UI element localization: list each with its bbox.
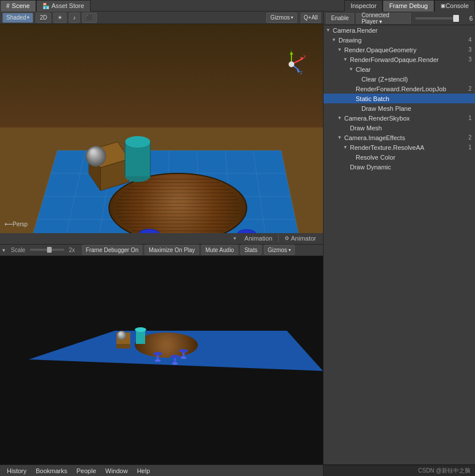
animation-tab-label: Animation <box>244 235 272 242</box>
sun-button[interactable]: ☀ <box>53 13 67 23</box>
tree-item-13[interactable]: Resolve Color <box>324 152 475 162</box>
tree-item-count: 1 <box>466 115 475 121</box>
audio-button[interactable]: ♪ <box>69 13 80 23</box>
scale-slider-thumb[interactable] <box>47 247 52 253</box>
tree-item-count: 3 <box>466 47 475 53</box>
enable-button[interactable]: Enable <box>326 13 354 24</box>
scene-controls: Shaded ▾ 2D ☀ ♪ ⬛ Gizmos ▾ Q+All <box>0 11 323 24</box>
top-bar-left: # Scene 🏪 Asset Store <box>0 0 344 11</box>
scene-view[interactable]: Y X Z ⟵Persp <box>0 24 323 233</box>
top-bar-right: Inspector Frame Debug ▣ Console <box>344 0 475 11</box>
stats-label: Stats <box>244 247 258 253</box>
mute-audio-button[interactable]: Mute Audio <box>201 245 238 255</box>
tree-item-14[interactable]: Draw Dynamic <box>324 162 475 172</box>
scale-slider[interactable] <box>30 249 64 251</box>
shaded-label: Shaded <box>6 14 26 21</box>
inspector-tab[interactable]: Inspector <box>344 0 383 11</box>
gizmos-game-dropdown-icon: ▾ <box>289 247 291 253</box>
shaded-button[interactable]: Shaded ▾ <box>2 13 33 23</box>
gizmos-game-button[interactable]: Gizmos ▾ <box>264 245 295 255</box>
connected-player-button[interactable]: Connected Player ▾ <box>356 13 410 24</box>
bottom-tabs: ▾ Animation ⚙ Animator <box>0 233 323 245</box>
window-label: Window <box>106 467 128 474</box>
bottom-menu-bar: History Bookmarks People Window Help <box>0 465 323 476</box>
asset-store-tab[interactable]: 🏪 Asset Store <box>36 0 91 11</box>
inspector-tab-label: Inspector <box>351 2 376 9</box>
history-menu[interactable]: History <box>2 466 31 475</box>
game-view <box>0 256 323 465</box>
tree-item-8[interactable]: Draw Mesh Plane <box>324 103 475 113</box>
tree-item-3[interactable]: RenderForwardOpaque.Render3 <box>324 55 475 64</box>
frame-debug-tree[interactable]: Camera.RenderDrawing4Render.OpaqueGeomet… <box>324 25 475 465</box>
tree-item-2[interactable]: Render.OpaqueGeometry3 <box>324 45 475 55</box>
tree-item-9[interactable]: Camera.RenderSkybox1 <box>324 113 475 123</box>
frame-debug-controls: Enable Connected Player ▾ 6 <box>324 11 475 25</box>
tree-item-11[interactable]: Camera.ImageEffects2 <box>324 133 475 142</box>
people-menu[interactable]: People <box>72 466 100 475</box>
frame-debugger-on-button[interactable]: Frame Debugger On <box>82 245 143 255</box>
svg-text:X: X <box>303 55 306 59</box>
frame-slider-thumb[interactable] <box>453 15 459 22</box>
svg-point-6 <box>289 61 294 67</box>
tree-triangle-empty <box>343 125 349 131</box>
credit-text: CSDN @新钰中之脑 <box>418 467 470 475</box>
tree-item-label: Draw Mesh <box>350 125 475 131</box>
main-layout: Shaded ▾ 2D ☀ ♪ ⬛ Gizmos ▾ Q+All <box>0 11 475 476</box>
collapse-btn[interactable]: ▾ <box>233 235 236 241</box>
tree-item-5[interactable]: Clear (Z+stencil) <box>324 74 475 84</box>
scene-hash-icon: # <box>6 3 10 9</box>
help-menu[interactable]: Help <box>133 466 155 475</box>
tree-item-label: Camera.Render <box>333 27 475 34</box>
enable-label: Enable <box>331 15 349 21</box>
tree-item-6[interactable]: RenderForward.RenderLoopJob2 <box>324 84 475 94</box>
tree-item-0[interactable]: Camera.Render <box>324 25 475 35</box>
svg-text:Z: Z <box>300 71 303 75</box>
tree-item-12[interactable]: RenderTexture.ResolveAA1 <box>324 142 475 152</box>
connected-player-label: Connected Player ▾ <box>361 12 405 25</box>
gizmo-axes: Y X Z <box>277 50 306 79</box>
svg-text:Y: Y <box>290 50 293 51</box>
tree-item-label: Render.OpaqueGeometry <box>344 47 466 53</box>
left-panel: Shaded ▾ 2D ☀ ♪ ⬛ Gizmos ▾ Q+All <box>0 11 323 476</box>
animator-tab[interactable]: ⚙ Animator <box>280 234 321 243</box>
axes-svg: Y X Z <box>277 50 306 79</box>
gizmos-game-label: Gizmos <box>268 247 287 253</box>
tree-item-1[interactable]: Drawing4 <box>324 35 475 45</box>
q-plus-all-button[interactable]: Q+All <box>301 13 321 23</box>
console-tab[interactable]: ▣ Console <box>434 0 475 11</box>
scene-tab-label: Scene <box>12 2 30 9</box>
tree-item-4[interactable]: Clear <box>324 64 475 74</box>
image-icon: ⬛ <box>86 14 93 21</box>
tree-item-count: 2 <box>466 134 475 141</box>
2d-button[interactable]: 2D <box>36 13 51 23</box>
tree-item-label: Clear <box>356 66 475 73</box>
animation-tab[interactable]: Animation <box>240 234 277 243</box>
scale-value: 2x <box>69 247 75 253</box>
scene-tab[interactable]: # Scene <box>0 0 36 11</box>
help-label: Help <box>137 467 150 474</box>
persp-label: ⟵Persp <box>5 221 28 227</box>
tree-item-count: 3 <box>466 56 475 63</box>
tree-triangle-open <box>337 135 343 141</box>
scene-canvas <box>0 24 323 233</box>
game-toolbar: ▾ Scale 2x Frame Debugger On Maximize On… <box>0 245 323 256</box>
tree-item-7[interactable]: Static Batch <box>324 94 475 103</box>
maximize-on-play-label: Maximize On Play <box>149 247 195 253</box>
tree-item-10[interactable]: Draw Mesh <box>324 123 475 133</box>
tree-item-count: 2 <box>466 86 475 92</box>
maximize-on-play-button[interactable]: Maximize On Play <box>145 245 199 255</box>
frame-debug-tab[interactable]: Frame Debug <box>383 0 434 11</box>
tree-triangle-open <box>326 28 332 33</box>
game-canvas <box>0 256 323 382</box>
toolbar-handle: ▾ <box>2 247 5 253</box>
frame-slider[interactable] <box>415 17 459 20</box>
bookmarks-menu[interactable]: Bookmarks <box>31 466 72 475</box>
window-menu[interactable]: Window <box>101 466 133 475</box>
tree-item-label: Resolve Color <box>356 154 475 161</box>
stats-button[interactable]: Stats <box>240 245 262 255</box>
sun-icon: ☀ <box>57 14 63 21</box>
gizmos-button[interactable]: Gizmos ▾ <box>266 13 297 23</box>
image-effects-button[interactable]: ⬛ <box>82 13 97 23</box>
animator-tab-label: Animator <box>291 235 316 242</box>
tree-triangle-open <box>343 145 349 150</box>
